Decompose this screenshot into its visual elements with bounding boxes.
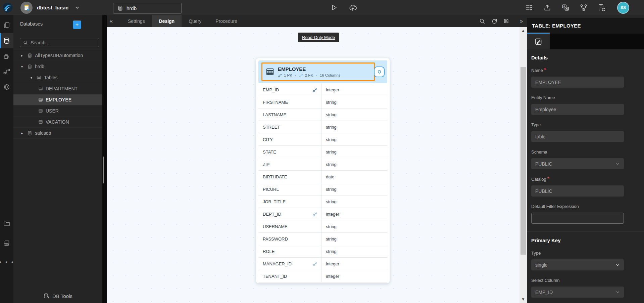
- translate-icon[interactable]: A: [561, 4, 569, 12]
- entity-column-row[interactable]: ZIP string: [258, 158, 387, 171]
- field-control[interactable]: EMP_ID: [531, 287, 624, 298]
- entity-column-row[interactable]: LASTNAME string: [258, 109, 387, 121]
- logs-icon[interactable]: LOG: [0, 236, 13, 251]
- run-preview-button[interactable]: [330, 4, 338, 11]
- field-value: single: [535, 262, 548, 268]
- primary-key-heading: Primary Key: [531, 237, 624, 243]
- tree-item[interactable]: USER: [13, 105, 102, 117]
- entity-column-row[interactable]: DEPT_ID integer: [258, 208, 387, 220]
- version-branch-icon[interactable]: [580, 4, 588, 12]
- column-name: PASSWORD: [263, 236, 288, 242]
- chevron-down-icon[interactable]: [75, 5, 80, 10]
- expand-arrow[interactable]: ▾: [29, 76, 34, 80]
- scroll-down-arrow[interactable]: ▼: [519, 298, 527, 301]
- more-options-icon[interactable]: • • •: [0, 255, 13, 270]
- workspace-tab[interactable]: Procedure: [208, 15, 244, 27]
- expand-arrow[interactable]: ▸: [19, 131, 24, 135]
- connectors-icon[interactable]: [0, 64, 13, 79]
- entity-column-row[interactable]: MANAGER_ID integer: [258, 258, 387, 270]
- tree-item[interactable]: ▾ Tables: [13, 72, 102, 83]
- canvas-vertical-scrollbar[interactable]: ▲ ▼: [519, 27, 527, 303]
- entity-selection-outline[interactable]: EMPLOYEE 1 PK 2 FK 16 Columns: [261, 62, 375, 81]
- checklist-icon[interactable]: [525, 4, 533, 12]
- sidebar-scrollbar-thumb[interactable]: [103, 157, 104, 183]
- entity-column-row[interactable]: PASSWORD string: [258, 233, 387, 245]
- top-bar: dbtest_basic hrdb: [0, 0, 644, 15]
- edit-tab[interactable]: [527, 34, 550, 49]
- add-relationship-button[interactable]: [374, 67, 385, 77]
- dot-separator: [294, 73, 297, 77]
- scrollbar-thumb[interactable]: [521, 67, 526, 255]
- settings-gear-icon[interactable]: [0, 79, 13, 95]
- entity-column-row[interactable]: TENANT_ID integer: [258, 270, 387, 283]
- database-tree: ▸ AllTypesDBAutomation ▾ hrdb ▾: [13, 50, 102, 139]
- java-services-icon[interactable]: [0, 48, 13, 64]
- entity-column-row[interactable]: STREET string: [258, 121, 387, 133]
- field-control[interactable]: PUBLIC: [531, 185, 624, 197]
- design-canvas[interactable]: Read-Only Mode EMPLOYEE 1 PK 2 FK 16 Col…: [107, 27, 527, 303]
- field-label: Schema: [531, 149, 547, 155]
- field-control[interactable]: single: [531, 259, 624, 270]
- entity-columns: EMP_ID integer FIRSTNAME string LAST: [258, 84, 387, 283]
- canvas-search-icon[interactable]: [479, 18, 485, 24]
- expand-arrow[interactable]: ▸: [19, 53, 24, 58]
- scroll-up-arrow[interactable]: ▲: [519, 29, 527, 32]
- field-label: Default Filter Expression: [531, 204, 579, 209]
- cloud-deploy-button[interactable]: [349, 4, 357, 12]
- entity-column-row[interactable]: ROLE string: [258, 245, 387, 258]
- entity-column-row[interactable]: BIRTHDATE date: [258, 171, 387, 183]
- column-count: 16 Columns: [320, 73, 340, 77]
- tree-item[interactable]: VACATION: [13, 117, 102, 128]
- tree-item[interactable]: EMPLOYEE: [13, 94, 102, 105]
- collapse-sidebar-icon[interactable]: «: [110, 18, 113, 24]
- entity-column-row[interactable]: PICURL string: [258, 183, 387, 196]
- expand-arrow[interactable]: ▾: [19, 64, 24, 69]
- tree-item-label: DEPARTMENT: [46, 86, 78, 91]
- db-tools-button[interactable]: DB Tools: [13, 293, 102, 299]
- open-database-tab[interactable]: hrdb: [113, 3, 182, 14]
- foreign-key-icon: [299, 73, 303, 78]
- tree-item[interactable]: ▾ hrdb: [13, 61, 102, 72]
- save-icon[interactable]: [503, 18, 509, 24]
- column-name: EMP_ID: [263, 87, 279, 92]
- tree-item[interactable]: ▸ AllTypesDBAutomation: [13, 50, 102, 61]
- entity-column-row[interactable]: USERNAME string: [258, 220, 387, 233]
- inspector-field: Catalog* PUBLIC: [531, 176, 624, 197]
- databases-icon[interactable]: [0, 33, 13, 48]
- field-control[interactable]: Employee: [531, 104, 624, 115]
- entity-stats: 1 PK 2 FK 16 Columns: [278, 73, 340, 78]
- search-input[interactable]: Search...: [20, 38, 99, 47]
- field-control[interactable]: EMPLOYEE: [531, 77, 624, 88]
- column-name: FIRSTNAME: [263, 100, 288, 105]
- file-sync-icon[interactable]: [598, 4, 606, 12]
- entity-header[interactable]: EMPLOYEE 1 PK 2 FK 16 Columns: [258, 60, 387, 83]
- column-type: string: [321, 220, 387, 232]
- tree-item[interactable]: ▸ salesdb: [13, 128, 102, 139]
- entity-column-row[interactable]: STATE string: [258, 146, 387, 158]
- pages-icon[interactable]: [0, 17, 13, 33]
- user-avatar[interactable]: SS: [618, 2, 629, 13]
- workspace-tab[interactable]: Query: [182, 15, 208, 27]
- app-logo-icon[interactable]: [2, 2, 13, 13]
- add-database-button[interactable]: +: [73, 20, 81, 29]
- expand-panel-icon[interactable]: »: [520, 18, 523, 24]
- field-value: EMPLOYEE: [535, 80, 561, 85]
- workspace-tab[interactable]: Design: [152, 15, 182, 27]
- field-control[interactable]: [531, 213, 624, 224]
- entity-column-row[interactable]: FIRSTNAME string: [258, 96, 387, 109]
- tree-item[interactable]: DEPARTMENT: [13, 83, 102, 94]
- chevron-down-icon: [615, 290, 620, 294]
- export-deploy-icon[interactable]: [543, 4, 551, 12]
- column-name: TENANT_ID: [263, 274, 287, 279]
- entity-card-employee[interactable]: EMPLOYEE 1 PK 2 FK 16 Columns: [256, 58, 390, 284]
- workspace-tab[interactable]: Settings: [121, 15, 152, 27]
- refresh-icon[interactable]: [491, 18, 497, 24]
- field-control[interactable]: table: [531, 131, 624, 142]
- entity-column-row[interactable]: CITY string: [258, 133, 387, 146]
- field-control[interactable]: PUBLIC: [531, 158, 624, 169]
- inspector-field: Entity Name* Employee: [531, 94, 624, 115]
- project-switcher[interactable]: dbtest_basic: [20, 0, 68, 15]
- folder-icon[interactable]: [0, 216, 13, 231]
- entity-column-row[interactable]: JOB_TITLE string: [258, 196, 387, 208]
- entity-column-row[interactable]: EMP_ID integer: [258, 84, 387, 96]
